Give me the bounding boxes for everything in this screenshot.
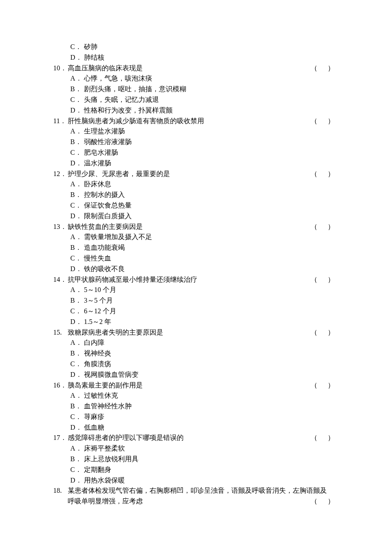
option-letter: D． [70,264,84,275]
option-text: 铁的吸收不良 [84,264,339,275]
answer-blank[interactable]: （ ） [311,116,339,127]
option-text: 生理盐水灌肠 [84,126,339,137]
question-stem: 14． 抗甲状腺药物减至最小维持量还须继续治疗 （ ） [53,275,339,285]
option-text: 保证饮食总热量 [84,200,339,211]
option-letter: C． [70,200,84,211]
option-letter: A． [70,73,84,84]
question-stem: 17． 感觉障碍患者的护理以下哪项是错误的 （ ） [53,433,339,443]
option-text: 弱酸性溶液灌肠 [84,137,339,147]
question-stem: 15. 致糖尿病患者失明的主要原因是 （ ） [53,327,339,338]
option-letter: B． [70,348,84,359]
option-text: 床褥平整柔软 [84,443,339,454]
option-text: 用热水袋保暖 [84,475,339,486]
option-row: D．限制蛋白质摄入 [53,211,339,222]
question-number: 10． [53,63,68,74]
option-row: A．卧床休息 [53,179,339,190]
option-letter: D． [70,475,84,486]
option-row: D．铁的吸收不良 [53,264,339,275]
option-letter: A． [70,179,84,190]
option-text: 过敏性休克 [84,390,339,401]
option-text: 低血糖 [84,422,339,433]
option-letter: A． [70,126,84,137]
option-row: A． 生理盐水灌肠 [53,126,339,137]
option-letter: D． [70,370,84,380]
option-letter: D． [70,422,84,433]
question-text: 护理少尿、无尿患者，最重要的是 [68,169,311,179]
option-text: 慢性失血 [84,253,339,264]
option-row: C．慢性失血 [53,253,339,264]
option-text: 卧床休息 [84,179,339,190]
question-number: 12． [53,169,68,179]
answer-blank[interactable]: （ ） [311,169,339,179]
option-letter: C． [70,253,84,264]
option-row: B．床上忌放锐利用具 [53,454,339,465]
option-text: 性格和行为改变，扑翼样震颤 [84,105,339,116]
question-stem: 18. 某患者体检发现气管右偏，右胸廓稍凹，叩诊呈浊音，语颤及呼吸音消失，左胸语… [53,486,339,507]
option-letter: A． [70,390,84,401]
option-row: D．1.5～2 年 [53,317,339,327]
option-letter: D． [70,105,84,116]
answer-blank[interactable]: （ ） [311,496,339,507]
option-row: C．6～12 个月 [53,306,339,317]
question-number: 11． [53,116,68,127]
option-letter: C． [70,412,84,422]
option-text: 头痛，失眠，记忆力减退 [84,95,339,105]
answer-blank[interactable]: （ ） [311,222,339,232]
option-letter: A． [70,285,84,295]
option-row: A．床褥平整柔软 [53,443,339,454]
question-text: 缺铁性贫血的主要病因是 [68,222,311,232]
option-text: 视网膜微血管病变 [84,370,339,380]
option-text: 心悸，气急，咳泡沫痰 [84,73,339,84]
option-row: B．血管神经性水肿 [53,401,339,412]
question-text: 感觉障碍患者的护理以下哪项是错误的 [68,433,311,443]
question-text-line2: 呼吸单明显增强，应考虑 [68,496,311,507]
question-stem: 16． 胰岛素最主要的副作用是 （ ） [53,380,339,391]
question-text-line1: 某患者体检发现气管右偏，右胸廓稍凹，叩诊呈浊音，语颤及呼吸音消失，左胸语颤及 [68,486,339,496]
option-row: C．头痛，失眠，记忆力减退 [53,95,339,105]
option-row: C． 矽肺 [53,42,339,52]
question-number: 15. [53,327,68,338]
option-letter: B． [70,243,84,253]
option-row: A．过敏性休克 [53,390,339,401]
option-letter: C． [70,306,84,317]
question-text: 抗甲状腺药物减至最小维持量还须继续治疗 [68,275,311,285]
question-text: 肝性脑病患者为减少肠道有害物质的吸收禁用 [68,116,311,127]
option-letter: B． [70,190,84,200]
question-stem: 11． 肝性脑病患者为减少肠道有害物质的吸收禁用 （ ） [53,116,339,127]
option-row: B．造血功能衰竭 [53,243,339,253]
option-text: 温水灌肠 [84,158,339,169]
answer-blank[interactable]: （ ） [311,380,339,391]
answer-blank[interactable]: （ ） [311,63,339,74]
option-letter: B． [70,137,84,147]
answer-blank[interactable]: （ ） [311,327,339,338]
option-letter: A． [70,443,84,454]
option-letter: C． [70,147,84,158]
option-letter: C． [70,359,84,370]
option-row: A．5～10 个月 [53,285,339,295]
option-text: 视神经炎 [84,348,339,359]
option-text: 5～10 个月 [84,285,339,295]
question-text: 胰岛素最主要的副作用是 [68,380,311,391]
option-text: 造血功能衰竭 [84,243,339,253]
option-text: 矽肺 [84,42,339,52]
option-row: B．3～5 个月 [53,295,339,306]
answer-blank[interactable]: （ ） [311,275,339,285]
option-row: A．需铁量增加及摄入不足 [53,232,339,243]
option-letter: A． [70,232,84,243]
option-text: 角膜溃疡 [84,359,339,370]
option-text: 控制水的摄入 [84,190,339,200]
option-row: C．角膜溃疡 [53,359,339,370]
option-text: 1.5～2 年 [84,317,339,327]
option-row: C．肥皂水灌肠 [53,147,339,158]
option-letter: D． [70,211,84,222]
option-row: C．荨麻疹 [53,412,339,422]
option-text: 定期翻身 [84,465,339,475]
option-row: D．用热水袋保暖 [53,475,339,486]
option-letter: C． [70,42,84,52]
option-letter: B． [70,401,84,412]
answer-blank[interactable]: （ ） [311,433,339,443]
option-letter: B． [70,295,84,306]
option-letter: B． [70,454,84,465]
option-letter: B． [70,84,84,95]
option-text: 床上忌放锐利用具 [84,454,339,465]
